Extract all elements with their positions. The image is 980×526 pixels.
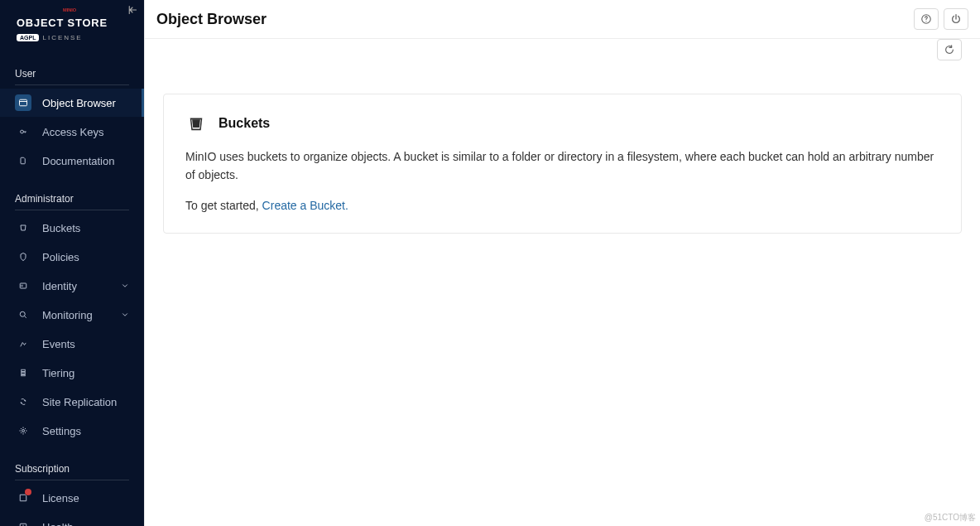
- svg-rect-8: [22, 369, 26, 371]
- buckets-icon: [15, 220, 31, 236]
- nav-label: Site Replication: [42, 396, 129, 408]
- nav-label: License: [42, 492, 129, 504]
- section-administrator: Administrator Buckets Policies Identity …: [0, 193, 144, 445]
- power-icon: [950, 13, 962, 25]
- svg-point-11: [22, 430, 25, 432]
- site-replication-icon: [15, 393, 31, 410]
- svg-point-6: [22, 285, 23, 287]
- sidebar-item-license[interactable]: License: [0, 484, 144, 512]
- nav-label: Health: [42, 521, 129, 527]
- sidebar-item-documentation[interactable]: Documentation: [0, 147, 144, 175]
- svg-text:MINIO: MINIO: [63, 7, 77, 12]
- sidebar-item-health[interactable]: Health: [0, 513, 144, 526]
- nav-label: Policies: [42, 251, 129, 263]
- nav-label: Identity: [42, 280, 121, 292]
- documentation-icon: [15, 152, 31, 169]
- health-icon: [15, 519, 31, 526]
- card-description: MinIO uses buckets to organize objects. …: [185, 147, 939, 185]
- sidebar-item-buckets[interactable]: Buckets: [0, 214, 144, 242]
- monitoring-icon: [15, 306, 31, 323]
- section-label: Administrator: [0, 193, 144, 210]
- license-text: LICENSE: [42, 34, 82, 41]
- refresh-button[interactable]: [937, 39, 962, 60]
- nav-label: Monitoring: [42, 309, 121, 321]
- main-content: Object Browser Buckets MinIO uses: [144, 0, 980, 526]
- object-store-logo-icon: OBJECT STORE: [17, 16, 144, 31]
- svg-point-7: [20, 311, 25, 316]
- sidebar-item-monitoring[interactable]: Monitoring: [0, 301, 144, 329]
- identity-icon: [15, 277, 31, 294]
- license-badge: AGPL: [17, 34, 39, 41]
- svg-rect-2: [20, 99, 27, 106]
- top-actions: [914, 8, 968, 30]
- nav-label: Buckets: [42, 222, 129, 234]
- nav-label: Object Browser: [42, 97, 127, 109]
- help-button[interactable]: [914, 8, 939, 30]
- object-browser-icon: [15, 94, 31, 111]
- section-label: User: [0, 68, 144, 84]
- nav-label: Access Keys: [42, 126, 129, 138]
- settings-icon: [15, 422, 31, 439]
- nav-label: Documentation: [42, 155, 129, 167]
- svg-text:OBJECT STORE: OBJECT STORE: [17, 17, 108, 29]
- svg-point-4: [21, 130, 24, 133]
- started-prefix: To get started,: [185, 199, 262, 212]
- chevron-down-icon: [121, 282, 129, 290]
- section-subscription: Subscription License Health Performance: [0, 463, 144, 526]
- help-icon: [920, 13, 932, 25]
- sidebar-item-tiering[interactable]: Tiering: [0, 359, 144, 387]
- sidebar-item-identity[interactable]: Identity: [0, 272, 144, 300]
- access-keys-icon: [15, 123, 31, 140]
- refresh-icon: [944, 44, 955, 55]
- watermark: @51CTO博客: [925, 512, 976, 524]
- content-area: Buckets MinIO uses buckets to organize o…: [145, 39, 980, 252]
- page-title: Object Browser: [156, 11, 267, 28]
- logo: MINIO OBJECT STORE AGPL LICENSE: [0, 0, 144, 45]
- section-user: User Object Browser Access Keys Document…: [0, 68, 144, 175]
- top-bar: Object Browser: [145, 0, 980, 39]
- nav-label: Tiering: [42, 367, 129, 379]
- sidebar-item-access-keys[interactable]: Access Keys: [0, 118, 144, 146]
- sidebar-item-settings[interactable]: Settings: [0, 417, 144, 445]
- nav-label: Settings: [42, 425, 129, 437]
- sidebar: MINIO OBJECT STORE AGPL LICENSE User Obj…: [0, 0, 144, 526]
- sidebar-item-events[interactable]: Events: [0, 330, 144, 358]
- minio-logo-icon: MINIO: [17, 7, 144, 12]
- section-label: Subscription: [0, 463, 144, 480]
- collapse-sidebar-button[interactable]: [126, 3, 139, 17]
- svg-point-15: [925, 21, 926, 22]
- sidebar-item-object-browser[interactable]: Object Browser: [0, 89, 144, 117]
- sidebar-item-site-replication[interactable]: Site Replication: [0, 388, 144, 416]
- svg-rect-10: [22, 374, 26, 376]
- license-badge-dot: [25, 489, 31, 495]
- card-title: Buckets: [219, 116, 270, 131]
- tiering-icon: [15, 364, 31, 381]
- sidebar-item-policies[interactable]: Policies: [0, 243, 144, 271]
- svg-rect-9: [22, 372, 26, 374]
- policies-icon: [15, 249, 31, 265]
- nav-label: Events: [42, 338, 129, 350]
- bucket-card: Buckets MinIO uses buckets to organize o…: [163, 94, 962, 234]
- chevron-down-icon: [121, 311, 129, 319]
- bucket-icon: [185, 113, 207, 134]
- events-icon: [15, 335, 31, 352]
- logout-button[interactable]: [944, 8, 968, 30]
- create-bucket-link[interactable]: Create a Bucket.: [262, 199, 348, 212]
